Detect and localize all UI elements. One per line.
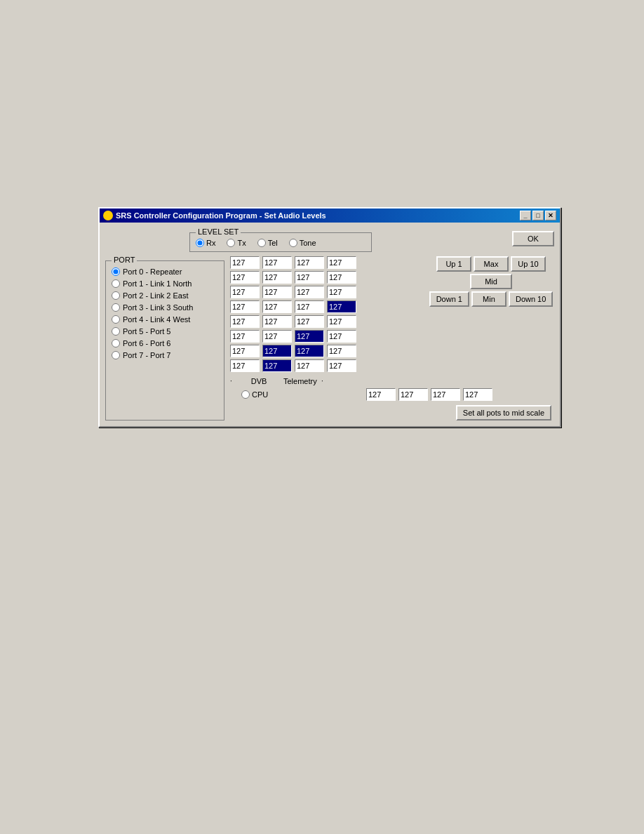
port-radio-5[interactable] xyxy=(112,327,120,336)
input-2-2[interactable] xyxy=(295,286,324,298)
input-1-0[interactable] xyxy=(230,271,260,284)
radio-rx-label: Rx xyxy=(206,239,215,247)
input-7-2[interactable] xyxy=(295,359,324,372)
input-6-3[interactable] xyxy=(327,345,356,357)
input-2-3[interactable] xyxy=(327,286,356,298)
port-radio-0[interactable] xyxy=(112,267,120,276)
cpu-input-0[interactable] xyxy=(366,388,396,401)
right-panel: Up 1 Max Up 10 Mid Down 1 Min Down 10 xyxy=(230,256,554,421)
input-6-0[interactable] xyxy=(230,345,260,357)
port-radio-4[interactable] xyxy=(112,315,120,324)
input-1-2[interactable] xyxy=(295,271,324,284)
minimize-button[interactable]: _ xyxy=(520,211,531,220)
input-0-0[interactable] xyxy=(230,256,260,269)
inputs-and-controls: Up 1 Max Up 10 Mid Down 1 Min Down 10 xyxy=(230,256,554,374)
radio-tone-input[interactable] xyxy=(289,239,297,247)
up1-button[interactable]: Up 1 xyxy=(436,256,471,272)
cpu-inputs xyxy=(241,388,492,401)
port-item-4[interactable]: Port 4 - Link 4 West xyxy=(112,315,218,324)
input-7-1[interactable] xyxy=(262,359,292,372)
port-radio-1[interactable] xyxy=(112,279,120,288)
main-area: PORT Port 0 - Repeater Port 1 - Link 1 N… xyxy=(105,256,554,421)
cpu-row: · DVB Telemetry · xyxy=(230,377,554,385)
input-row-2 xyxy=(230,286,422,298)
cpu-input-3[interactable] xyxy=(463,388,492,401)
level-set-group: LEVEL SET Rx Tx Tel xyxy=(189,232,372,252)
input-6-1[interactable] xyxy=(262,345,292,357)
cpu-input-1[interactable] xyxy=(398,388,428,401)
port-item-5[interactable]: Port 5 - Port 5 xyxy=(112,326,218,336)
input-0-2[interactable] xyxy=(295,256,324,269)
port-group-legend: PORT xyxy=(112,256,137,264)
cpu-input-2[interactable] xyxy=(431,388,460,401)
window-title: SRS Controller Configuration Program - S… xyxy=(116,211,326,220)
down1-button[interactable]: Down 1 xyxy=(429,291,469,307)
set-all-button[interactable]: Set all pots to mid scale xyxy=(456,405,551,421)
port-radio-3[interactable] xyxy=(112,303,120,312)
port-label-6: Port 6 - Port 6 xyxy=(123,339,170,348)
title-bar-buttons: _ □ ✕ xyxy=(520,211,556,220)
input-4-0[interactable] xyxy=(230,315,260,328)
max-button[interactable]: Max xyxy=(474,256,509,272)
port-label-0: Port 0 - Repeater xyxy=(123,267,182,276)
port-item-3[interactable]: Port 3 - Link 3 South xyxy=(112,303,218,312)
input-0-1[interactable] xyxy=(262,256,292,269)
input-4-1[interactable] xyxy=(262,315,292,328)
input-5-3[interactable] xyxy=(327,330,356,343)
port-item-0[interactable]: Port 0 - Repeater xyxy=(112,267,218,277)
port-label-4: Port 4 - Link 4 West xyxy=(123,315,190,324)
input-row-5 xyxy=(230,330,422,343)
input-5-1[interactable] xyxy=(262,330,292,343)
input-5-0[interactable] xyxy=(230,330,260,343)
dvb-label: DVB xyxy=(251,377,267,385)
radio-tx[interactable]: Tx xyxy=(227,239,246,247)
input-0-3[interactable] xyxy=(327,256,356,269)
port-group: PORT Port 0 - Repeater Port 1 - Link 1 N… xyxy=(105,260,224,421)
input-row-4 xyxy=(230,315,422,328)
input-3-1[interactable] xyxy=(262,300,292,313)
input-4-2[interactable] xyxy=(295,315,324,328)
input-7-0[interactable] xyxy=(230,359,260,372)
input-2-0[interactable] xyxy=(230,286,260,298)
input-3-2[interactable] xyxy=(295,300,324,313)
input-5-2[interactable] xyxy=(295,330,324,343)
port-label-3: Port 3 - Link 3 South xyxy=(123,303,193,312)
min-button[interactable]: Min xyxy=(471,291,507,307)
input-1-1[interactable] xyxy=(262,271,292,284)
port-item-7[interactable]: Port 7 - Port 7 xyxy=(112,350,218,360)
input-7-3[interactable] xyxy=(327,359,356,372)
port-radio-2[interactable] xyxy=(112,291,120,300)
radio-tone[interactable]: Tone xyxy=(289,239,316,247)
maximize-button[interactable]: □ xyxy=(532,211,544,220)
port-item-2[interactable]: Port 2 - Link 2 East xyxy=(112,291,218,300)
input-6-2[interactable] xyxy=(295,345,324,357)
radio-tx-input[interactable] xyxy=(227,239,235,247)
port-radio-7[interactable] xyxy=(112,351,120,359)
row-down: Down 1 Min Down 10 xyxy=(429,291,554,307)
down10-button[interactable]: Down 10 xyxy=(509,291,553,307)
input-2-1[interactable] xyxy=(262,286,292,298)
radio-tel[interactable]: Tel xyxy=(257,239,278,247)
input-1-3[interactable] xyxy=(327,271,356,284)
port-item-1[interactable]: Port 1 - Link 1 North xyxy=(112,279,218,289)
port-list: Port 0 - Repeater Port 1 - Link 1 North … xyxy=(112,264,218,360)
input-3-0[interactable] xyxy=(230,300,260,313)
input-4-3[interactable] xyxy=(327,315,356,328)
input-row-6 xyxy=(230,345,422,357)
radio-tel-input[interactable] xyxy=(257,239,266,247)
cpu-inputs-row: CPU xyxy=(230,388,554,401)
up10-button[interactable]: Up 10 xyxy=(511,256,546,272)
dot-left: · xyxy=(230,377,232,385)
port-item-6[interactable]: Port 6 - Port 6 xyxy=(112,338,218,348)
ok-button[interactable]: OK xyxy=(512,231,554,246)
controls-section: Up 1 Max Up 10 Mid Down 1 Min Down 10 xyxy=(428,256,554,307)
port-label-5: Port 5 - Port 5 xyxy=(123,327,170,336)
close-button[interactable]: ✕ xyxy=(545,211,556,220)
top-row: LEVEL SET Rx Tx Tel xyxy=(105,228,554,252)
port-radio-6[interactable] xyxy=(112,339,120,348)
radio-rx[interactable]: Rx xyxy=(196,239,215,247)
mid-button[interactable]: Mid xyxy=(470,274,512,289)
input-3-3[interactable] xyxy=(327,300,356,313)
input-row-0 xyxy=(230,256,422,269)
radio-rx-input[interactable] xyxy=(196,239,204,247)
